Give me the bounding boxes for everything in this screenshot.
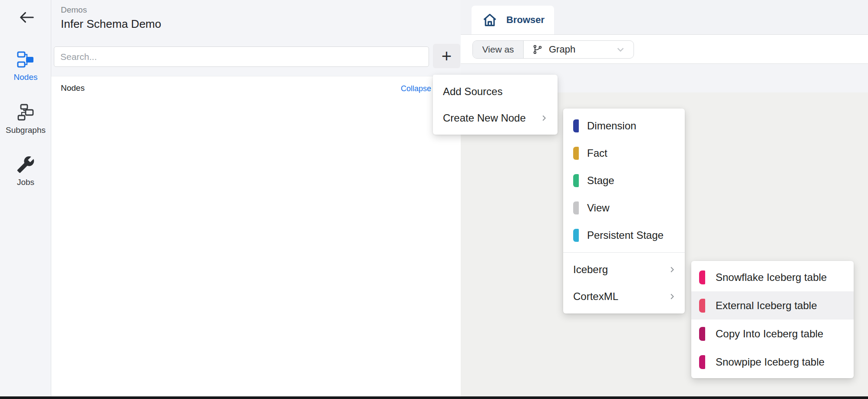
menu-item-fact[interactable]: Fact xyxy=(563,139,685,167)
subgraphs-icon xyxy=(17,103,35,122)
sidebar-item-label: Subgraphs xyxy=(6,125,46,135)
collapse-link[interactable]: Collapse xyxy=(399,84,431,93)
menu-item-snowflake-iceberg-table[interactable]: Snowflake Iceberg table xyxy=(691,263,854,291)
node-color-chip xyxy=(573,229,579,242)
menu-item-create-new-node[interactable]: Create New Node xyxy=(433,105,558,131)
sidebar-item-label: Nodes xyxy=(14,73,38,82)
chevron-right-icon xyxy=(667,265,677,274)
view-as-control: View as Graph xyxy=(472,40,634,59)
menu-item-persistent-stage[interactable]: Persistent Stage xyxy=(563,221,685,249)
add-node-button[interactable]: + xyxy=(433,44,460,68)
view-toolbar: View as Graph xyxy=(461,34,868,64)
view-mode-dropdown[interactable]: Graph xyxy=(524,41,634,58)
node-color-chip xyxy=(573,147,579,160)
node-color-chip xyxy=(573,119,579,132)
node-color-chip xyxy=(699,355,705,369)
sidebar-item-subgraphs[interactable]: Subgraphs xyxy=(0,103,51,135)
menu-divider xyxy=(563,252,685,253)
tab-browser-label: Browser xyxy=(506,14,545,26)
graph-branch-icon xyxy=(532,44,543,55)
app-root: Nodes Subgraphs xyxy=(0,0,868,399)
chevron-right-icon xyxy=(667,292,677,301)
tab-browser[interactable]: Browser xyxy=(472,6,554,34)
tab-strip: Browser xyxy=(461,0,868,34)
node-color-chip xyxy=(699,270,705,284)
left-ribbon: Nodes Subgraphs xyxy=(0,0,51,396)
view-mode-value: Graph xyxy=(549,44,575,55)
page-title: Infer Schema Demo xyxy=(61,17,161,31)
sidebar-item-label: Jobs xyxy=(17,178,34,187)
nodes-icon xyxy=(17,50,35,69)
wrench-icon xyxy=(17,155,35,174)
node-color-chip xyxy=(699,299,705,313)
node-color-chip xyxy=(573,174,579,187)
chevron-right-icon xyxy=(539,113,549,123)
chevron-down-icon xyxy=(614,43,627,56)
nodes-list-header: Nodes xyxy=(61,83,85,93)
search-input[interactable] xyxy=(54,46,429,67)
menu-item-dimension[interactable]: Dimension xyxy=(563,112,685,139)
back-arrow-icon xyxy=(19,10,35,25)
node-type-menu: Dimension Fact Stage View Persistent Sta… xyxy=(563,109,685,313)
node-color-chip xyxy=(699,327,705,341)
nodes-panel: Demos Infer Schema Demo xyxy=(51,0,461,396)
add-menu: Add Sources Create New Node xyxy=(433,75,558,135)
iceberg-menu: Snowflake Iceberg table External Iceberg… xyxy=(691,261,854,378)
menu-item-add-sources[interactable]: Add Sources xyxy=(433,78,558,105)
menu-item-cortexml[interactable]: CortexML xyxy=(563,283,685,310)
menu-item-external-iceberg-table[interactable]: External Iceberg table xyxy=(691,291,854,320)
home-icon xyxy=(481,12,498,28)
menu-item-copy-into-iceberg-table[interactable]: Copy Into Iceberg table xyxy=(691,320,854,348)
nodes-panel-header: Demos Infer Schema Demo xyxy=(51,0,461,76)
breadcrumb: Demos xyxy=(61,5,87,15)
sidebar-item-nodes[interactable]: Nodes xyxy=(0,50,51,82)
menu-item-view[interactable]: View xyxy=(563,194,685,221)
node-color-chip xyxy=(573,201,579,214)
back-button[interactable] xyxy=(16,8,38,27)
window-bottom-edge xyxy=(0,396,868,399)
menu-item-snowpipe-iceberg-table[interactable]: Snowpipe Iceberg table xyxy=(691,348,854,376)
sidebar-item-jobs[interactable]: Jobs xyxy=(0,155,51,187)
menu-item-stage[interactable]: Stage xyxy=(563,167,685,194)
menu-item-iceberg[interactable]: Iceberg xyxy=(563,256,685,283)
view-as-label[interactable]: View as xyxy=(473,41,524,58)
